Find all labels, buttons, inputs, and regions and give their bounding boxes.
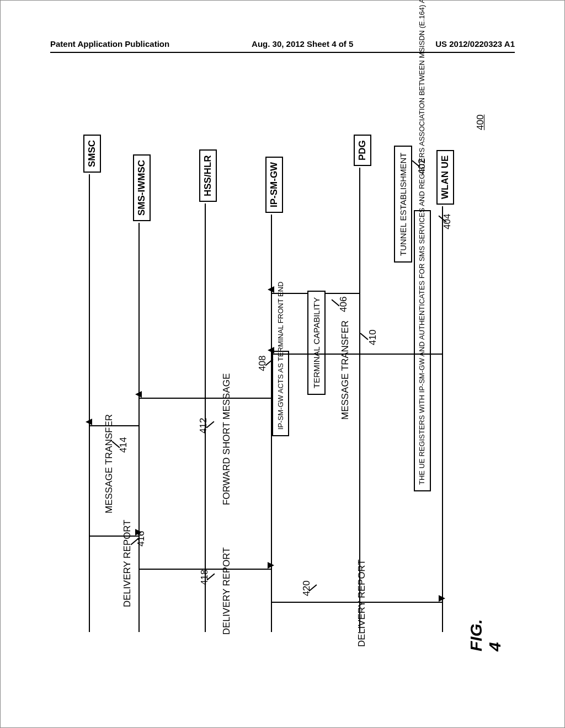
msg-termcap: TERMINAL CAPABILITY — [307, 291, 326, 395]
figure-ref: 400 — [475, 115, 486, 130]
msg-msgxfer2: MESSAGE TRANSFER — [104, 414, 115, 513]
entity-iwmsc: SMS-IWMSC — [133, 154, 151, 221]
arrow-fwdshort-line — [138, 398, 271, 399]
entity-smsc: SMSC — [83, 135, 101, 173]
msg-tunnel: TUNNEL ESTABLISHMENT — [394, 146, 412, 263]
header-date-sheet: Aug. 30, 2012 Sheet 4 of 5 — [252, 39, 353, 49]
page-header: Patent Application Publication Aug. 30, … — [50, 39, 515, 53]
lifeline-smsc — [89, 174, 90, 632]
msg-fwdshort: FORWARD SHORT MESSAGE — [221, 373, 232, 505]
header-publication: Patent Application Publication — [50, 39, 169, 49]
lifeline-iwmsc — [138, 223, 140, 632]
msg-register: THE UE REGISTERS WITH IP-SM-GW AND AUTHE… — [414, 210, 431, 491]
msg-msgxfer1: MESSAGE TRANSFER — [340, 320, 351, 420]
msg-delrep1: DELIVERY REPORT — [122, 520, 133, 607]
arrow-delrep2-head — [268, 562, 274, 569]
arrow-msgxfer1-line — [271, 354, 442, 355]
header-patent-number: US 2012/0220323 A1 — [435, 39, 515, 49]
msg-msgxfer2-ref: 414 — [118, 437, 129, 453]
msg-msgxfer1-ref: 410 — [367, 330, 379, 345]
entity-hsshlr: HSS/HLR — [199, 149, 217, 202]
entity-ipsmgw: IP-SM-GW — [265, 157, 283, 213]
msg-delrep3: DELIVERY REPORT — [356, 559, 367, 647]
arrow-delrep3-head — [439, 595, 445, 602]
sequence-diagram: 400 FIG. 4 104 SMSC 106 SMS-IWMSC 108 HS… — [67, 89, 486, 668]
lifeline-wlanue — [442, 206, 443, 632]
msg-termcap-ref: 406 — [338, 297, 349, 312]
msg-register-ref: 404 — [442, 214, 453, 229]
arrow-msgxfer2-head — [86, 419, 92, 425]
figure-label: FIG. 4 — [467, 619, 504, 651]
arrow-fwdshort-head — [135, 391, 142, 398]
page: Patent Application Publication Aug. 30, … — [0, 0, 565, 728]
entity-wlanue: WLAN UE — [436, 150, 454, 205]
arrow-termcap-head — [268, 286, 274, 293]
msg-frontend: IP-SM-GW ACTS AS TERMINAL FRONT END — [272, 351, 289, 436]
msg-delrep2: DELIVERY REPORT — [221, 547, 232, 635]
entity-pdg: PDG — [354, 135, 371, 166]
arrow-msgxfer1-head — [268, 347, 274, 354]
